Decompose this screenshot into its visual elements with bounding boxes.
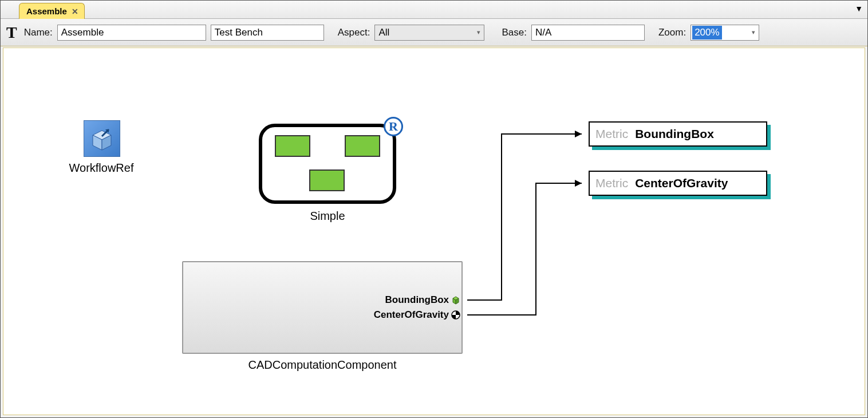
editor-window: Assemble ✕ ▼ T Name: Aspect: All ▾ Base:… [0, 0, 868, 418]
block-icon [275, 135, 310, 157]
base-label: Base: [502, 27, 526, 38]
zoom-value: 200% [692, 26, 721, 40]
aspect-value: All [378, 27, 389, 38]
block-icon [309, 169, 345, 191]
block-icon [345, 135, 380, 157]
port-label: BoundingBox [385, 294, 449, 306]
svg-marker-1 [575, 180, 582, 187]
chevron-down-icon: ▾ [477, 29, 480, 36]
tab-assemble[interactable]: Assemble ✕ [19, 3, 85, 19]
box-arrow-icon [88, 125, 116, 152]
metric-boundingbox[interactable]: Metric BoundingBox [589, 121, 767, 147]
zoom-label: Zoom: [658, 27, 686, 38]
tab-menu-dropdown-icon[interactable]: ▼ [855, 4, 863, 13]
aspect-select[interactable]: All ▾ [374, 25, 484, 41]
aspect-label: Aspect: [338, 27, 370, 38]
simple-label: Simple [259, 210, 396, 223]
type-input[interactable] [211, 25, 324, 41]
diagram-canvas[interactable]: WorkflowRef R Simple BoundingBox C [3, 48, 865, 415]
cad-component-label: CADComputationComponent [182, 358, 463, 372]
simple-node[interactable]: R [259, 124, 396, 204]
port-centerofgravity[interactable]: CenterOfGravity [374, 309, 460, 321]
testbench-icon: T [4, 23, 19, 42]
workflowref-node[interactable] [84, 120, 120, 157]
metric-centerofgravity[interactable]: Metric CenterOfGravity [589, 171, 767, 196]
toolbar: T Name: Aspect: All ▾ Base: Zoom: 200% ▾ [1, 19, 867, 46]
base-input[interactable] [531, 25, 645, 41]
metric-prefix: Metric [595, 127, 628, 141]
metric-value: CenterOfGravity [635, 176, 728, 190]
port-label: CenterOfGravity [374, 309, 449, 321]
zoom-select[interactable]: 200% ▾ [691, 25, 759, 41]
name-label: Name: [24, 27, 53, 38]
workflowref-label: WorkflowRef [58, 161, 144, 175]
chevron-down-icon: ▾ [752, 29, 759, 36]
tab-label: Assemble [26, 6, 67, 16]
metric-value: BoundingBox [635, 127, 714, 141]
simple-inner [262, 127, 393, 200]
cad-component-node[interactable]: BoundingBox CenterOfGravity [182, 261, 463, 354]
cube-icon [451, 295, 460, 305]
port-boundingbox[interactable]: BoundingBox [385, 294, 460, 306]
metric-prefix: Metric [595, 176, 628, 190]
tab-bar: Assemble ✕ ▼ [1, 1, 867, 19]
name-input[interactable] [57, 25, 206, 41]
close-icon[interactable]: ✕ [72, 7, 78, 16]
svg-marker-0 [575, 131, 582, 137]
center-of-gravity-icon [451, 310, 460, 320]
